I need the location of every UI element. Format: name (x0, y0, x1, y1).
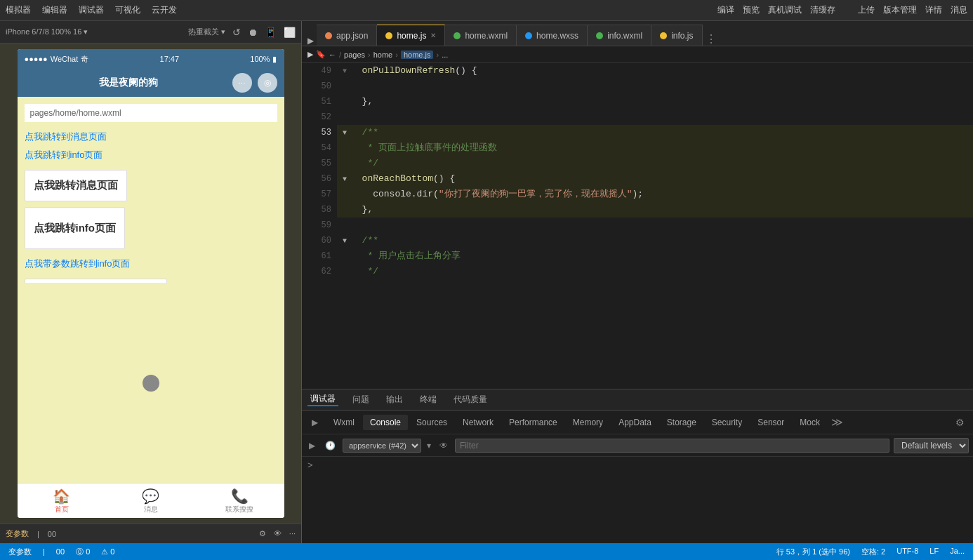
phone-nav-title: 我是夜阑的狗 (99, 76, 158, 89)
eye-icon[interactable]: 👁 (274, 529, 282, 538)
phone-btn-info[interactable]: 点我跳转info页面 (25, 207, 126, 249)
dtab-memory[interactable]: Memory (566, 415, 610, 430)
phone-link-info[interactable]: 点我跳转到info页面 (25, 146, 277, 164)
dtab-security[interactable]: Security (705, 415, 749, 430)
code-line-54: * 页面上拉触底事件的处理函数 (337, 140, 973, 156)
toolbar-debugger[interactable]: 调试器 (79, 4, 104, 16)
left-bottom-params[interactable]: 变参数 (6, 528, 29, 539)
tab-info-js[interactable]: info.js (651, 25, 702, 46)
phone-tab-home[interactable]: 🏠 首页 (18, 484, 107, 518)
console-filter-input[interactable] (455, 439, 889, 453)
console-levels-select[interactable]: Default levels (894, 438, 969, 453)
dtab-appdata[interactable]: AppData (611, 415, 658, 430)
toolbar-editor[interactable]: 编辑器 (42, 4, 67, 16)
toolbar-messages[interactable]: 消息 (951, 4, 967, 16)
console-prompt[interactable]: > (307, 460, 313, 470)
breadcrumb-home[interactable]: home (373, 51, 393, 59)
dbg-tab-debugger[interactable]: 调试器 (307, 393, 338, 406)
sim-expand[interactable]: ⬜ (284, 27, 296, 38)
toolbar-upload[interactable]: 上传 (858, 4, 875, 16)
dtab-performance[interactable]: Performance (502, 415, 564, 430)
toolbar-real-debug[interactable]: 真机调试 (768, 4, 802, 16)
settings-icon[interactable]: ⚙ (259, 529, 266, 538)
console-play-btn[interactable]: ▶ (306, 439, 318, 452)
settings-gear-icon[interactable]: ⚙ (950, 414, 970, 431)
dtab-wxml[interactable]: Wxml (326, 415, 362, 430)
dtab-console[interactable]: Console (363, 415, 408, 430)
sim-refresh[interactable]: ↺ (232, 27, 241, 38)
console-clock-btn[interactable]: 🕐 (322, 439, 338, 452)
phone-scroll-area (18, 283, 284, 483)
phone-btn-message[interactable]: 点我跳转消息页面 (25, 170, 127, 201)
tab-info-wxml-label: info.wxml (607, 31, 642, 41)
fold-56[interactable]: ▼ (343, 172, 351, 187)
breadcrumb-back[interactable]: ← (329, 51, 336, 59)
tab-home-wxss[interactable]: home.wxss (517, 25, 588, 46)
console-content[interactable]: > (302, 457, 973, 543)
appservice-eye[interactable]: 👁 (437, 439, 451, 452)
toolbar-visualize[interactable]: 可视化 (115, 4, 140, 16)
toolbar-version[interactable]: 版本管理 (883, 4, 917, 16)
appservice-dropdown[interactable]: ▾ (424, 439, 434, 452)
code-line-56: ▼ onReachBottom() { (337, 171, 973, 187)
dbg-tab-output[interactable]: 输出 (383, 394, 406, 406)
info-js-icon (660, 32, 667, 39)
dtab-sources[interactable]: Sources (409, 415, 454, 430)
fold-53[interactable]: ▼ (343, 126, 351, 141)
dbg-tab-terminal[interactable]: 终端 (417, 394, 439, 406)
code-editor: 49 50 51 52 53 54 55 56 57 58 59 60 61 6… (302, 63, 973, 389)
fold-60[interactable]: ▼ (343, 234, 351, 249)
tab-close-home-js[interactable]: ✕ (430, 32, 436, 39)
fold-49[interactable]: ▼ (343, 64, 351, 79)
toolbar-compile[interactable]: 编译 (717, 4, 734, 16)
phone-link-message[interactable]: 点我跳转到消息页面 (25, 128, 277, 146)
tab-left-arrow[interactable]: ▶ (305, 36, 317, 46)
phone-scroll-dot (143, 375, 159, 392)
sim-phone[interactable]: 📱 (265, 27, 277, 38)
tab-home-js-label: home.js (397, 31, 426, 41)
phone-nav-dots[interactable]: ··· (232, 73, 252, 93)
dtab-network[interactable]: Network (456, 415, 501, 430)
tab-info-wxml[interactable]: info.wxml (588, 25, 651, 46)
more-icon[interactable]: ··· (289, 529, 296, 538)
top-toolbar: 模拟器 编辑器 调试器 可视化 云开发 编译 预览 真机调试 清缓存 上传 版本… (0, 0, 973, 21)
tab-home-wxml[interactable]: home.wxml (445, 25, 517, 46)
toolbar-cloud[interactable]: 云开发 (152, 4, 177, 16)
tab-home-js[interactable]: home.js ✕ (377, 25, 445, 46)
code-content[interactable]: ▼ onPullDownRefresh() { }, ▼ /** * 页面上拉触… (337, 63, 973, 389)
sim-record[interactable]: ⏺ (248, 27, 258, 38)
dtab-arrow[interactable]: ▶ (305, 415, 325, 430)
code-line-50 (337, 79, 973, 94)
toolbar-simulator[interactable]: 模拟器 (6, 4, 31, 16)
breadcrumb-homejs[interactable]: home.js (401, 51, 434, 59)
sim-hot-reload[interactable]: 热重截关 ▾ (188, 27, 225, 37)
breadcrumb-pages[interactable]: pages (344, 51, 365, 59)
toolbar-preview[interactable]: 预览 (743, 4, 760, 16)
phone-tab-contact[interactable]: 📞 联系搜搜 (195, 484, 284, 518)
tab-app-json-label: app.json (336, 31, 368, 41)
more-tabs-button[interactable]: ⋮ (703, 32, 720, 46)
status-lineend: LF (929, 547, 939, 557)
phone-battery-icon: ▮ (272, 55, 277, 64)
appservice-select[interactable]: appservice (#42) (343, 439, 421, 453)
toolbar-clear-cache[interactable]: 清缓存 (810, 4, 835, 16)
status-lang: Ja... (950, 547, 965, 557)
dtab-mock[interactable]: Mock (793, 415, 827, 430)
dtab-storage[interactable]: Storage (660, 415, 703, 430)
status-sep2: ⓪ 0 (76, 547, 90, 557)
phone-link-param[interactable]: 点我带参数跳转到info页面 (25, 255, 277, 273)
breadcrumb: ▶ 🔖 ← / pages › home › home.js › ... (302, 46, 973, 63)
left-panel-bottom: 变参数 | 00 ⚙ 👁 ··· (0, 524, 301, 543)
phone-nav-circle[interactable]: ◎ (258, 73, 277, 93)
toolbar-details[interactable]: 详情 (925, 4, 942, 16)
dbg-tab-quality[interactable]: 代码质量 (451, 394, 490, 406)
dbg-tab-problems[interactable]: 问题 (350, 394, 372, 406)
dtab-sensor[interactable]: Sensor (750, 415, 791, 430)
tab-app-json[interactable]: app.json (317, 25, 377, 46)
dtab-more[interactable]: ≫ (828, 415, 846, 429)
status-params: 变参数 (8, 547, 32, 557)
messages-icon: 💬 (142, 488, 159, 505)
phone-time: 17:47 (160, 55, 180, 63)
phone-tab-messages[interactable]: 💬 消息 (106, 484, 195, 518)
status-encoding: UTF-8 (896, 547, 918, 557)
